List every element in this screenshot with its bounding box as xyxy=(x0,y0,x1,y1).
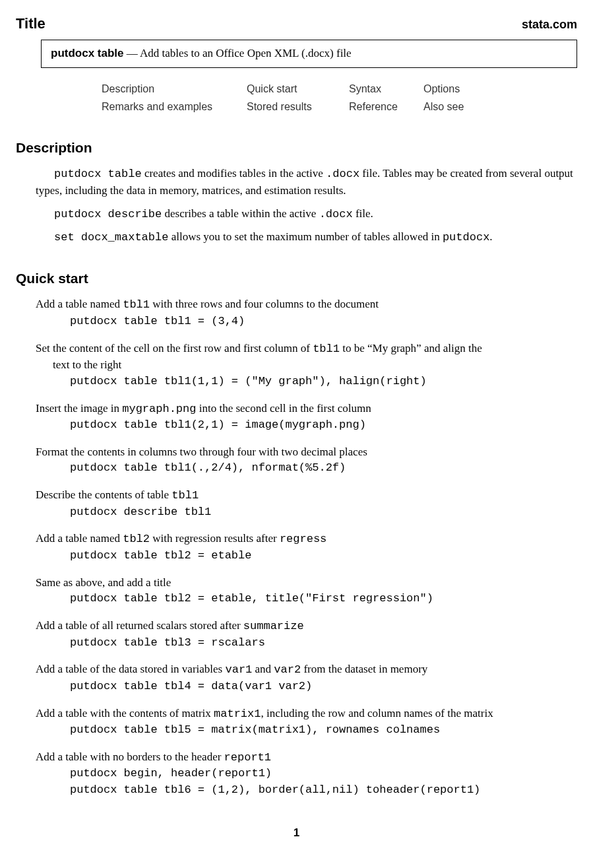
code-inline: putdocx xyxy=(443,231,489,244)
quickstart-item: Same as above, and add a titleputdocx ta… xyxy=(36,575,577,607)
description-para-3: set docx_maxtable allows you to set the … xyxy=(36,229,577,246)
text: with three rows and four columns to the … xyxy=(150,298,379,310)
quickstart-code: putdocx table tbl2 = etable, title("Firs… xyxy=(70,591,577,607)
text: describes a table within the active xyxy=(162,207,319,220)
text: Add a table named xyxy=(36,298,123,310)
code-inline: putdocx describe xyxy=(54,208,162,220)
code-inline: tbl1 xyxy=(123,298,150,311)
section-heading-description: Description xyxy=(16,138,577,158)
toc-link-quickstart[interactable]: Quick start xyxy=(247,80,349,98)
text: creates and modifies tables in the activ… xyxy=(142,167,326,180)
quickstart-code: putdocx table tbl1(1,1) = ("My graph"), … xyxy=(70,374,577,390)
quickstart-item: Add a table of all returned scalars stor… xyxy=(36,618,577,651)
quickstart-desc: Add a table with the contents of matrix … xyxy=(36,706,577,723)
toc-row: Remarks and examples Stored results Refe… xyxy=(102,98,577,116)
text: allows you to set the maximum number of … xyxy=(168,230,442,243)
title-subtitle: Add tables to an Office Open XML (.docx)… xyxy=(140,47,352,59)
text: Same as above, and add a title xyxy=(36,576,171,589)
text: Set the content of the cell on the first… xyxy=(36,342,313,354)
quickstart-list: Add a table named tbl1 with three rows a… xyxy=(16,296,577,798)
code-inline: mygraph.png xyxy=(122,403,196,415)
code-inline: var2 xyxy=(274,663,301,676)
quickstart-item: Set the content of the cell on the first… xyxy=(36,341,577,390)
page-number: 1 xyxy=(16,825,577,842)
quickstart-code: putdocx table tbl2 = etable xyxy=(70,548,577,564)
text: and xyxy=(252,663,274,675)
text: Add a table named xyxy=(36,532,123,545)
toc: Description Quick start Syntax Options R… xyxy=(102,80,577,116)
quickstart-desc-cont: text to the right xyxy=(53,357,577,374)
quickstart-item: Add a table of the data stored in variab… xyxy=(36,661,577,694)
code-inline: .docx xyxy=(319,208,353,220)
text: Add a table with no borders to the heade… xyxy=(36,751,224,763)
description-para-1: putdocx table creates and modifies table… xyxy=(36,166,577,199)
text: file. xyxy=(353,207,373,220)
quickstart-code: putdocx begin, header(report1) putdocx t… xyxy=(70,766,577,798)
quickstart-desc: Format the contents in columns two throu… xyxy=(36,444,577,461)
brand-link[interactable]: stata.com xyxy=(522,16,577,33)
quickstart-item: Add a table with the contents of matrix … xyxy=(36,706,577,739)
text: from the dataset in memory xyxy=(301,663,427,675)
text: , including the row and column names of … xyxy=(261,707,493,719)
code-inline: summarize xyxy=(243,620,304,632)
quickstart-desc: Add a table of the data stored in variab… xyxy=(36,661,577,679)
title-label: Title xyxy=(16,13,46,34)
quickstart-code: putdocx table tbl1(2,1) = image(mygraph.… xyxy=(70,417,577,434)
toc-link-reference[interactable]: Reference xyxy=(349,98,423,116)
quickstart-code: putdocx table tbl3 = rscalars xyxy=(70,635,577,651)
quickstart-desc: Add a table of all returned scalars stor… xyxy=(36,618,577,635)
header-row: Title stata.com xyxy=(16,13,577,34)
code-inline: tbl2 xyxy=(123,533,150,545)
quickstart-desc: Insert the image in mygraph.png into the… xyxy=(36,401,577,418)
quickstart-code: putdocx describe tbl1 xyxy=(70,504,577,521)
quickstart-code: putdocx table tbl1(.,2/4), nformat(%5.2f… xyxy=(70,460,577,477)
quickstart-item: Add a table named tbl2 with regression r… xyxy=(36,531,577,564)
toc-row: Description Quick start Syntax Options xyxy=(102,80,577,98)
quickstart-code: putdocx table tbl4 = data(var1 var2) xyxy=(70,679,577,695)
quickstart-desc: Add a table named tbl1 with three rows a… xyxy=(36,296,577,314)
text: Describe the contents of table xyxy=(36,488,172,501)
toc-link-syntax[interactable]: Syntax xyxy=(349,80,423,98)
quickstart-code: putdocx table tbl5 = matrix(matrix1), ro… xyxy=(70,722,577,739)
quickstart-item: Insert the image in mygraph.png into the… xyxy=(36,401,577,434)
title-command: putdocx table xyxy=(51,47,124,59)
text: Add a table with the contents of matrix xyxy=(36,707,214,719)
text: to be “My graph” and align the xyxy=(340,342,482,354)
text: Add a table of all returned scalars stor… xyxy=(36,619,243,632)
text: . xyxy=(489,230,492,243)
quickstart-item: Add a table named tbl1 with three rows a… xyxy=(36,296,577,329)
description-para-2: putdocx describe describes a table withi… xyxy=(36,206,577,223)
quickstart-item: Describe the contents of table tbl1putdo… xyxy=(36,487,577,520)
toc-link-options[interactable]: Options xyxy=(423,80,496,98)
code-inline: matrix1 xyxy=(214,708,261,720)
toc-link-stored[interactable]: Stored results xyxy=(247,98,349,116)
quickstart-item: Add a table with no borders to the heade… xyxy=(36,749,577,799)
code-inline: .docx xyxy=(326,168,359,180)
quickstart-desc: Add a table named tbl2 with regression r… xyxy=(36,531,577,548)
toc-link-remarks[interactable]: Remarks and examples xyxy=(102,98,247,116)
quickstart-code: putdocx table tbl1 = (3,4) xyxy=(70,314,577,330)
quickstart-desc: Set the content of the cell on the first… xyxy=(36,341,577,358)
code-inline: regress xyxy=(280,533,327,545)
toc-link-alsosee[interactable]: Also see xyxy=(423,98,496,116)
quickstart-desc: Same as above, and add a title xyxy=(36,575,577,591)
title-box: putdocx table — Add tables to an Office … xyxy=(41,40,577,68)
text: Format the contents in columns two throu… xyxy=(36,446,367,458)
code-inline: tbl1 xyxy=(313,343,340,355)
code-inline: report1 xyxy=(224,751,271,764)
quickstart-desc: Describe the contents of table tbl1 xyxy=(36,487,577,504)
title-dash: — xyxy=(124,47,140,59)
code-inline: putdocx table xyxy=(54,168,142,180)
code-inline: tbl1 xyxy=(172,489,199,502)
quickstart-item: Format the contents in columns two throu… xyxy=(36,444,577,477)
code-inline: var1 xyxy=(225,663,252,676)
text: Insert the image in xyxy=(36,402,122,415)
toc-link-description[interactable]: Description xyxy=(102,80,247,98)
text: Add a table of the data stored in variab… xyxy=(36,663,225,675)
section-heading-quickstart: Quick start xyxy=(16,269,577,288)
text: into the second cell in the first column xyxy=(196,402,371,415)
text: with regression results after xyxy=(150,532,280,545)
code-inline: set docx_maxtable xyxy=(54,231,168,244)
quickstart-desc: Add a table with no borders to the heade… xyxy=(36,749,577,766)
